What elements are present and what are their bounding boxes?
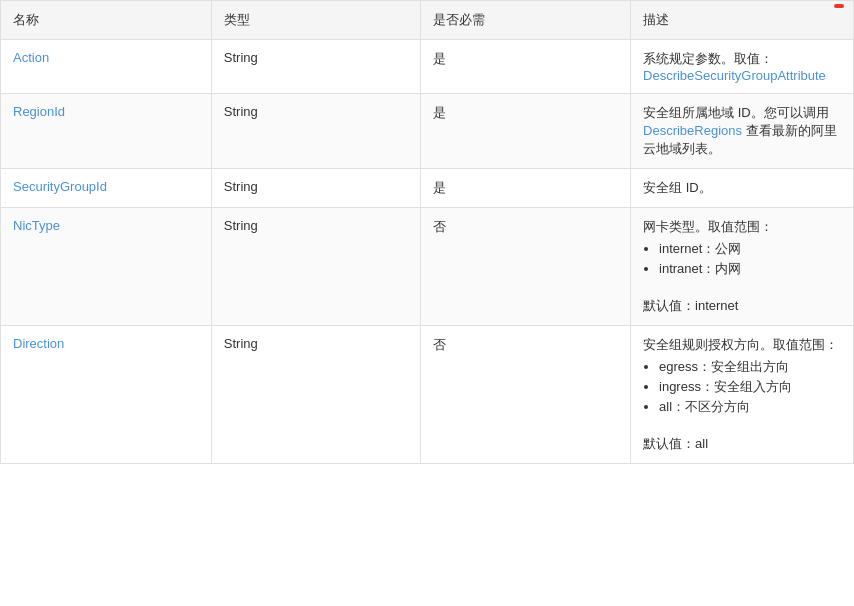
header-desc: 描述: [631, 1, 854, 40]
cell-required: 是: [421, 169, 631, 208]
table-header-row: 名称 类型 是否必需 描述: [1, 1, 854, 40]
page-container: 名称 类型 是否必需 描述 ActionString是系统规定参数。取值：Des…: [0, 0, 854, 606]
params-table: 名称 类型 是否必需 描述 ActionString是系统规定参数。取值：Des…: [0, 0, 854, 464]
desc-link[interactable]: DescribeSecurityGroupAttribute: [643, 68, 826, 83]
cell-desc: 安全组 ID。: [631, 169, 854, 208]
cell-type: String: [211, 169, 421, 208]
param-name: Action: [13, 50, 49, 65]
cell-name: SecurityGroupId: [1, 169, 212, 208]
cell-name: Action: [1, 40, 212, 94]
cell-type: String: [211, 208, 421, 326]
cell-name: NicType: [1, 208, 212, 326]
cell-desc: 安全组所属地域 ID。您可以调用 DescribeRegions 查看最新的阿里…: [631, 94, 854, 169]
header-required: 是否必需: [421, 1, 631, 40]
param-name: Direction: [13, 336, 64, 351]
table-row: RegionIdString是安全组所属地域 ID。您可以调用 Describe…: [1, 94, 854, 169]
header-name: 名称: [1, 1, 212, 40]
cell-required: 是: [421, 40, 631, 94]
param-name: RegionId: [13, 104, 65, 119]
cell-type: String: [211, 326, 421, 464]
table-row: SecurityGroupIdString是安全组 ID。: [1, 169, 854, 208]
logo-badge: [834, 4, 844, 8]
cell-type: String: [211, 94, 421, 169]
cell-type: String: [211, 40, 421, 94]
table-row: ActionString是系统规定参数。取值：DescribeSecurityG…: [1, 40, 854, 94]
header-type: 类型: [211, 1, 421, 40]
param-name: SecurityGroupId: [13, 179, 107, 194]
cell-name: RegionId: [1, 94, 212, 169]
cell-name: Direction: [1, 326, 212, 464]
cell-desc: 系统规定参数。取值：DescribeSecurityGroupAttribute: [631, 40, 854, 94]
desc-link[interactable]: DescribeRegions: [643, 123, 742, 138]
logo-area: [826, 0, 854, 12]
cell-desc: 安全组规则授权方向。取值范围：egress：安全组出方向ingress：安全组入…: [631, 326, 854, 464]
cell-desc: 网卡类型。取值范围：internet：公网intranet：内网默认值：inte…: [631, 208, 854, 326]
table-row: DirectionString否安全组规则授权方向。取值范围：egress：安全…: [1, 326, 854, 464]
param-name: NicType: [13, 218, 60, 233]
cell-required: 是: [421, 94, 631, 169]
table-row: NicTypeString否网卡类型。取值范围：internet：公网intra…: [1, 208, 854, 326]
cell-required: 否: [421, 208, 631, 326]
cell-required: 否: [421, 326, 631, 464]
